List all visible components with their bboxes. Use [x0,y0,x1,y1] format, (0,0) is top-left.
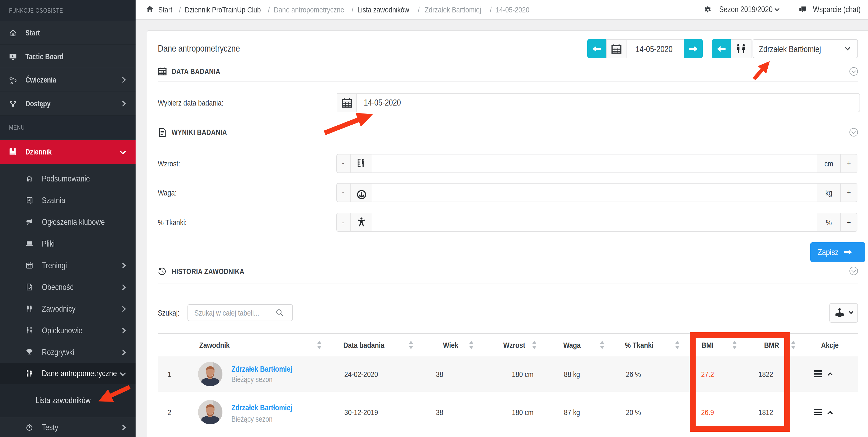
svg-text:31: 31 [28,265,31,268]
